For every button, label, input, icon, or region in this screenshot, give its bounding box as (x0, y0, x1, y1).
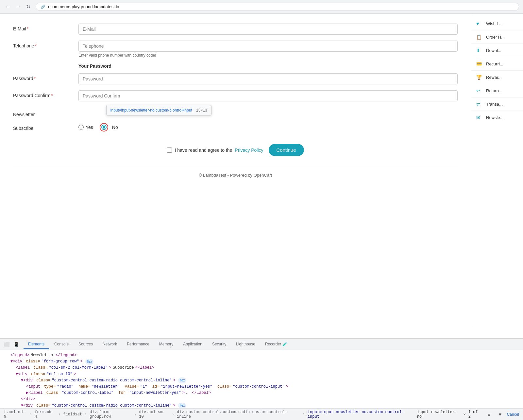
subscribe-options: Yes input#input-newsletter-no.custom-c o… (78, 123, 458, 131)
newsletter-sidebar-label: Newsle... (486, 115, 503, 120)
bottom-label: input-newsletter-no (417, 410, 461, 419)
breadcrumb-item-5[interactable]: div.col-sm-10 (139, 410, 169, 419)
url-text: ecommerce-playground.lambdatest.io (48, 4, 119, 9)
refresh-button[interactable]: ↻ (25, 2, 32, 11)
wishlist-label: Wish L... (486, 21, 503, 26)
breadcrumb-item-2[interactable]: form.mb-4 (35, 410, 56, 419)
back-button[interactable]: ← (4, 3, 12, 11)
tab-sources[interactable]: Sources (74, 340, 97, 349)
newsletter-icon: ✉ (476, 115, 483, 120)
address-bar[interactable]: 🔗 ecommerce-playground.lambdatest.io (36, 3, 519, 11)
email-label: E-Mail* (13, 24, 78, 31)
sidebar-item-rewards[interactable]: 🏆 Rewar... (471, 71, 523, 84)
page-content: E-Mail* Telephone* Enter valid phone num… (0, 14, 471, 326)
sidebar-item-returns[interactable]: ↩ Return... (471, 84, 523, 97)
code-line-7: ▶<label class="custom-control-label" for… (0, 390, 523, 396)
tab-lighthouse[interactable]: Lighthouse (231, 340, 260, 349)
privacy-policy-link[interactable]: Privacy Policy (235, 148, 263, 153)
copyright-text: © LambdaTest - Powered by OpenCart (13, 166, 458, 184)
code-line-5: ▼<div class="custom-control custom-radio… (0, 377, 523, 384)
devtools-bottom-right: input-newsletter-no ✕ 1 of 2 ▲ ▼ Cancel (417, 410, 519, 419)
breadcrumb-item-1[interactable]: t.col-md-9 (4, 410, 27, 419)
devtools-content: <legend>Newsletter</legend> ▼<div class=… (0, 350, 523, 408)
password-required: * (34, 76, 35, 81)
newsletter-yes-radio[interactable] (78, 125, 84, 130)
sidebar-item-recurring[interactable]: 💳 Recurri... (471, 57, 523, 71)
newsletter-label: Newsletter (13, 109, 78, 117)
devtools-bottom-bar: t.col-md-9 › form.mb-4 › fieldset › div.… (0, 408, 523, 420)
devtools-panel: ⬜ 📱 Elements Console Sources Network Per… (0, 338, 523, 420)
newsletter-radio-group: Yes input#input-newsletter-no.custom-c o… (78, 123, 458, 131)
sidebar-item-transactions[interactable]: ⇄ Transa... (471, 97, 523, 111)
password-section-heading: Your Password (13, 63, 458, 69)
devtools-device-btn[interactable]: 📱 (12, 341, 20, 348)
returns-icon: ↩ (476, 88, 483, 93)
password-row: Password* (13, 73, 458, 84)
email-row: E-Mail* (13, 24, 458, 35)
x-icon[interactable]: ✕ (463, 412, 465, 417)
tab-security[interactable]: Security (208, 340, 231, 349)
email-required: * (27, 26, 28, 31)
lock-icon: 🔗 (41, 5, 45, 9)
forward-button[interactable]: → (14, 3, 22, 11)
sidebar-item-orders[interactable]: 📋 Order H... (471, 30, 523, 44)
email-input[interactable] (78, 24, 458, 35)
telephone-input-wrap: Enter valid phone number with country co… (78, 41, 458, 58)
continue-button[interactable]: Continue (269, 144, 304, 156)
code-line-4: ▼<div class="col-sm-10"> (0, 371, 523, 377)
next-result-btn[interactable]: ▼ (496, 411, 504, 418)
newsletter-no-option[interactable]: input#input-newsletter-no.custom-c ontro… (100, 123, 118, 131)
sidebar-item-wishlist[interactable]: ♥ Wish L... (471, 17, 523, 30)
devtools-inspect-btn[interactable]: ⬜ (3, 341, 11, 348)
tooltip-size-text: 13×13 (196, 108, 207, 113)
downloads-label: Downl... (486, 48, 501, 53)
tab-memory[interactable]: Memory (155, 340, 178, 349)
telephone-label: Telephone* (13, 41, 78, 48)
privacy-checkbox[interactable] (167, 148, 172, 153)
code-line-1: <legend>Newsletter</legend> (0, 352, 523, 359)
prev-result-btn[interactable]: ▲ (485, 411, 493, 418)
password-confirm-input[interactable] (78, 90, 458, 101)
devtools-icons: ⬜ 📱 (3, 341, 20, 348)
yes-label: Yes (86, 125, 93, 130)
password-input[interactable] (78, 73, 458, 84)
newsletter-row: Newsletter (13, 109, 458, 117)
tab-network[interactable]: Network (98, 340, 122, 349)
tab-console[interactable]: Console (50, 340, 73, 349)
password-confirm-row: Password Confirm* (13, 90, 458, 101)
footer-actions: I have read and agree to the Privacy Pol… (13, 137, 458, 163)
password-label: Password* (13, 73, 78, 81)
returns-label: Return... (486, 88, 502, 93)
breadcrumb-item-6[interactable]: div.custom-control.custom-radio.custom-c… (177, 410, 300, 419)
rewards-icon: 🏆 (476, 75, 483, 80)
radio-highlight-box (100, 123, 108, 131)
orders-icon: 📋 (476, 34, 483, 40)
newsletter-yes-option[interactable]: Yes (78, 125, 93, 130)
breadcrumb-item-3[interactable]: fieldset (63, 412, 82, 417)
cancel-search-btn[interactable]: Cancel (507, 412, 519, 417)
password-confirm-required: * (51, 93, 53, 98)
password-confirm-label: Password Confirm* (13, 90, 78, 98)
sidebar-item-downloads[interactable]: ⬇ Downl... (471, 44, 523, 57)
transactions-label: Transa... (486, 102, 503, 107)
breadcrumb-item-4[interactable]: div.form-group.row (90, 410, 131, 419)
tab-recorder[interactable]: Recorder 🧪 (261, 340, 292, 349)
sidebar-item-newsletter[interactable]: ✉ Newsle... (471, 111, 523, 124)
tab-application[interactable]: Application (178, 340, 207, 349)
tab-elements[interactable]: Elements (24, 340, 49, 349)
tooltip-box: input#input-newsletter-no.custom-c ontro… (106, 105, 211, 115)
orders-label: Order H... (486, 35, 505, 40)
password-confirm-input-wrap (78, 90, 458, 101)
subscribe-row: Subscribe Yes input#input-newsletter-no.… (13, 123, 458, 131)
recurring-icon: 💳 (476, 61, 483, 66)
telephone-input[interactable] (78, 41, 458, 52)
transactions-icon: ⇄ (476, 101, 483, 107)
code-line-2: ▼<div class="form-group row">flex (0, 359, 523, 365)
devtools-tabs: ⬜ 📱 Elements Console Sources Network Per… (0, 339, 523, 350)
right-sidebar: ♥ Wish L... 📋 Order H... ⬇ Downl... 💳 Re… (471, 14, 523, 326)
tab-performance[interactable]: Performance (122, 340, 154, 349)
breadcrumb-item-active[interactable]: input#input-newsletter-no.custom-control… (308, 410, 414, 419)
code-line-8: </div> (0, 396, 523, 402)
password-input-wrap (78, 73, 458, 84)
result-count: 1 of 2 (468, 410, 482, 419)
